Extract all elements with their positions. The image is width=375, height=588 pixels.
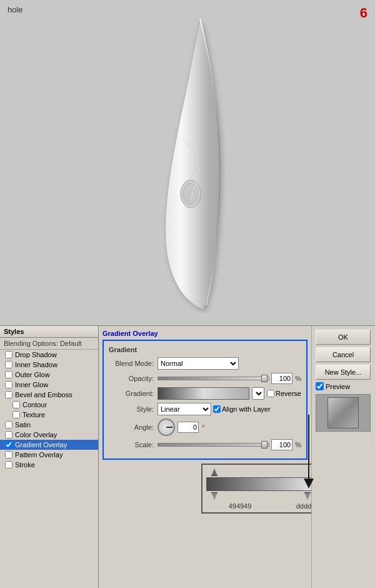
style-control: Linear Radial Angle Reflected Diamond Al… <box>158 403 301 415</box>
angle-row: Angle: ° <box>109 418 301 436</box>
style-label-0: Drop Shadow <box>15 351 57 358</box>
scale-label: Scale: <box>109 441 158 449</box>
style-checkbox-0[interactable] <box>5 351 12 358</box>
style-label-8: Color Overlay <box>15 431 57 438</box>
opacity-row: Opacity: % <box>109 373 301 384</box>
style-label-11: Stroke <box>15 461 35 469</box>
style-label-1: Inner Shadow <box>15 361 58 368</box>
style-item-bevel-and-emboss[interactable]: Bevel and Emboss <box>0 390 98 400</box>
angle-dial[interactable] <box>158 418 175 436</box>
angle-value[interactable] <box>178 422 199 433</box>
gradient-strip[interactable] <box>158 387 249 400</box>
gradient-dropdown[interactable]: ▼ <box>252 387 264 400</box>
angle-degree: ° <box>202 423 204 431</box>
dialog-area: Styles Blending Options: Default Drop Sh… <box>0 325 375 588</box>
style-item-inner-glow[interactable]: Inner Glow <box>0 380 98 390</box>
style-checkbox-4[interactable] <box>5 391 12 398</box>
gradient-overlay-title: Gradient Overlay <box>102 330 308 337</box>
style-label-2: Outer Glow <box>15 371 50 378</box>
style-checkbox-11[interactable] <box>5 461 12 469</box>
style-label-6: Texture <box>22 411 45 418</box>
opacity-control: % <box>158 373 301 384</box>
style-checkbox-9[interactable] <box>5 441 12 449</box>
style-label-4: Bevel and Emboss <box>15 391 72 398</box>
cancel-button[interactable]: Cancel <box>316 347 371 362</box>
right-panel: OK Cancel New Style... Preview <box>311 326 375 588</box>
reverse-checkbox[interactable] <box>267 390 274 397</box>
svg-point-1 <box>183 183 198 205</box>
scale-unit: % <box>295 441 301 449</box>
preview-box <box>316 394 371 432</box>
style-item-drop-shadow[interactable]: Drop Shadow <box>0 350 98 360</box>
styles-list: Drop ShadowInner ShadowOuter GlowInner G… <box>0 350 98 470</box>
opacity-label: Opacity: <box>109 375 158 382</box>
blend-mode-select[interactable]: Normal Dissolve Multiply Screen <box>158 357 239 370</box>
badge-number: 6 <box>360 5 368 21</box>
style-item-texture[interactable]: Texture <box>0 410 98 420</box>
knife-image <box>125 13 250 313</box>
gradient-group-title: Gradient <box>109 346 301 353</box>
preview-label-container: Preview <box>316 382 371 390</box>
canvas-area: hole 6 <box>0 0 375 325</box>
preview-inner <box>328 397 359 428</box>
style-item-pattern-overlay[interactable]: Pattern Overlay <box>0 450 98 460</box>
align-layer-label: Align with Layer <box>222 405 271 413</box>
styles-panel: Styles Blending Options: Default Drop Sh… <box>0 326 99 588</box>
scale-thumb[interactable] <box>261 441 268 449</box>
blend-mode-label: Blend Mode: <box>109 360 158 367</box>
opacity-value[interactable] <box>271 373 292 384</box>
blend-mode-row: Blend Mode: Normal Dissolve Multiply Scr… <box>109 357 301 370</box>
scale-value[interactable] <box>271 439 292 450</box>
style-item-stroke[interactable]: Stroke <box>0 460 98 470</box>
style-checkbox-5[interactable] <box>12 401 20 408</box>
preview-label-text: Preview <box>326 383 350 390</box>
style-label-3: Inner Glow <box>15 381 48 388</box>
style-checkbox-3[interactable] <box>5 381 12 388</box>
style-checkbox-7[interactable] <box>5 421 12 428</box>
angle-control: ° <box>158 418 301 436</box>
scale-slider[interactable] <box>158 443 269 447</box>
style-checkbox-6[interactable] <box>12 411 20 418</box>
opacity-slider[interactable] <box>158 377 269 380</box>
style-row: Style: Linear Radial Angle Reflected Dia… <box>109 403 301 415</box>
blend-mode-control: Normal Dissolve Multiply Screen <box>158 357 301 370</box>
ok-button[interactable]: OK <box>316 330 371 345</box>
stop-value-left: 494949 <box>229 502 252 510</box>
style-item-outer-glow[interactable]: Outer Glow <box>0 370 98 380</box>
style-label-5: Contour <box>22 401 47 408</box>
gradient-group-box: Gradient Blend Mode: Normal Dissolve Mul… <box>102 340 308 460</box>
scale-row: Scale: % <box>109 439 301 450</box>
bottom-stop-left[interactable] <box>211 492 218 500</box>
gradient-row: Gradient: ▼ Reverse <box>109 387 301 400</box>
align-layer-container: Align with Layer <box>213 405 271 413</box>
style-item-gradient-overlay[interactable]: Gradient Overlay <box>0 440 98 450</box>
style-label-9: Gradient Overlay <box>15 441 67 449</box>
reverse-checkbox-container: Reverse <box>267 390 301 397</box>
style-checkbox-2[interactable] <box>5 371 12 378</box>
style-item-inner-shadow[interactable]: Inner Shadow <box>0 360 98 370</box>
style-label: Style: <box>109 405 158 413</box>
main-content: Gradient Overlay Gradient Blend Mode: No… <box>99 326 311 588</box>
style-item-color-overlay[interactable]: Color Overlay <box>0 430 98 440</box>
align-layer-checkbox[interactable] <box>213 405 221 413</box>
bottom-stop-middle[interactable] <box>304 492 311 500</box>
style-checkbox-10[interactable] <box>5 451 12 459</box>
style-checkbox-8[interactable] <box>5 431 12 438</box>
style-item-contour[interactable]: Contour <box>0 400 98 410</box>
angle-label: Angle: <box>109 423 158 431</box>
preview-checkbox[interactable] <box>316 382 324 390</box>
style-select[interactable]: Linear Radial Angle Reflected Diamond <box>158 403 211 415</box>
reverse-label: Reverse <box>276 390 301 397</box>
scale-control: % <box>158 439 301 450</box>
new-style-button[interactable]: New Style... <box>316 365 371 380</box>
style-label-7: Satin <box>15 421 31 428</box>
opacity-thumb[interactable] <box>261 375 268 382</box>
blending-options-item[interactable]: Blending Options: Default <box>0 338 98 350</box>
gradient-control: ▼ Reverse <box>158 387 301 400</box>
style-checkbox-1[interactable] <box>5 361 12 368</box>
top-stop-left[interactable] <box>211 469 218 476</box>
document-title: hole <box>8 5 23 21</box>
style-label-10: Pattern Overlay <box>15 451 62 459</box>
style-item-satin[interactable]: Satin <box>0 420 98 430</box>
gradient-label: Gradient: <box>109 390 158 397</box>
